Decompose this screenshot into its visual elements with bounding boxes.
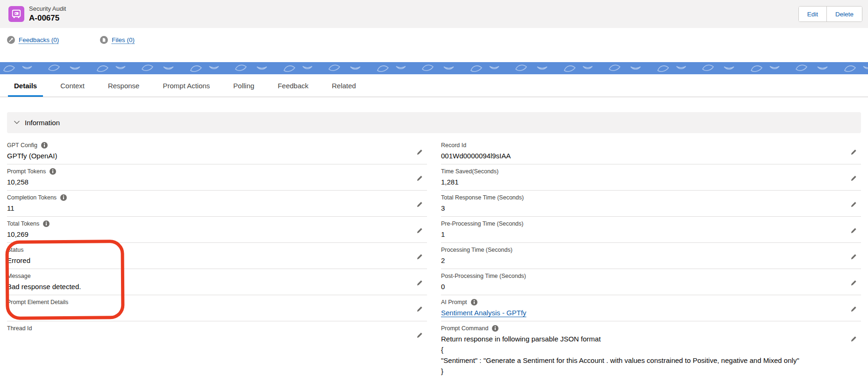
info-icon[interactable] — [43, 220, 50, 227]
security-audit-object-icon — [8, 6, 24, 22]
record-tabs: Details Context Response Prompt Actions … — [0, 74, 868, 97]
brand-banner — [0, 62, 868, 74]
field-time-saved: Time Saved(Seconds) 1,281 — [441, 164, 861, 191]
edit-pencil-icon[interactable] — [416, 279, 423, 286]
field-prompt-element-details: Prompt Element Details — [7, 295, 427, 321]
tab-feedback[interactable]: Feedback — [271, 74, 314, 97]
edit-pencil-icon[interactable] — [850, 335, 857, 342]
field-value: 0 — [441, 283, 842, 291]
edit-pencil-icon[interactable] — [850, 227, 857, 234]
field-label: Post-Processing Time (Seconds) — [441, 273, 526, 279]
fields-right-column: Record Id 001Wd0000094l9sIAA Time Saved(… — [441, 138, 861, 376]
field-label: Prompt Command — [441, 325, 488, 332]
edit-pencil-icon[interactable] — [850, 253, 857, 260]
field-value: 1,281 — [441, 178, 842, 186]
field-label: GPT Config — [7, 142, 37, 149]
files-link-label[interactable]: Files (0) — [112, 36, 135, 43]
feedback-icon — [7, 36, 15, 44]
field-total-tokens: Total Tokens 10,269 — [7, 217, 427, 243]
field-record-id: Record Id 001Wd0000094l9sIAA — [441, 138, 861, 164]
information-section-header[interactable]: Information — [7, 112, 861, 133]
field-label: Record Id — [441, 142, 466, 149]
tab-related[interactable]: Related — [326, 74, 362, 97]
field-label: Time Saved(Seconds) — [441, 168, 498, 175]
field-value: 2 — [441, 256, 842, 264]
field-status: Status Errored — [7, 243, 427, 269]
field-label: Message — [7, 273, 31, 279]
field-value: 10,269 — [7, 230, 408, 238]
object-label: Security Audit — [29, 5, 66, 13]
field-gpt-config: GPT Config GPTfy (OpenAI) — [7, 138, 427, 164]
field-value: Bad response detected. — [7, 283, 408, 291]
field-label: Thread Id — [7, 325, 32, 332]
record-name: A-00675 — [29, 13, 66, 23]
field-label: Pre-Processing Time (Seconds) — [441, 220, 523, 227]
info-icon[interactable] — [471, 299, 477, 305]
field-label: Total Tokens — [7, 220, 39, 227]
edit-pencil-icon[interactable] — [416, 305, 423, 312]
edit-pencil-icon[interactable] — [850, 279, 857, 286]
field-post-processing-time: Post-Processing Time (Seconds) 0 — [441, 269, 861, 295]
field-label: Completion Tokens — [7, 194, 57, 201]
field-message: Message Bad response detected. — [7, 269, 427, 295]
field-label: Prompt Element Details — [7, 299, 68, 305]
details-panel: Information GPT Config GPTfy (OpenAI) Pr… — [0, 97, 868, 376]
field-value: 001Wd0000094l9sIAA — [441, 152, 842, 160]
edit-pencil-icon[interactable] — [416, 227, 423, 234]
field-label: Total Response Time (Seconds) — [441, 194, 524, 201]
field-label: Status — [7, 247, 23, 253]
feedbacks-link[interactable]: Feedbacks (0) — [7, 36, 59, 44]
field-label: Processing Time (Seconds) — [441, 247, 512, 253]
info-icon[interactable] — [50, 168, 56, 175]
section-title: Information — [25, 119, 60, 127]
edit-button[interactable]: Edit — [799, 7, 826, 21]
edit-pencil-icon[interactable] — [850, 175, 857, 182]
tab-prompt-actions[interactable]: Prompt Actions — [157, 74, 216, 97]
files-link[interactable]: Files (0) — [100, 36, 135, 44]
field-thread-id: Thread Id — [7, 321, 427, 348]
field-total-response-time: Total Response Time (Seconds) 3 — [441, 191, 861, 217]
info-icon[interactable] — [492, 325, 498, 332]
fields-left-column: GPT Config GPTfy (OpenAI) Prompt Tokens … — [7, 138, 427, 376]
field-label: AI Prompt — [441, 299, 467, 305]
field-value: 3 — [441, 204, 842, 212]
field-prompt-tokens: Prompt Tokens 10,258 — [7, 164, 427, 191]
tab-details[interactable]: Details — [8, 74, 43, 97]
info-icon[interactable] — [41, 142, 48, 149]
field-processing-time: Processing Time (Seconds) 2 — [441, 243, 861, 269]
edit-pencil-icon[interactable] — [850, 201, 857, 208]
record-actions: Edit Delete — [798, 6, 862, 22]
tab-context[interactable]: Context — [54, 74, 91, 97]
edit-pencil-icon[interactable] — [416, 201, 423, 208]
field-completion-tokens: Completion Tokens 11 — [7, 191, 427, 217]
edit-pencil-icon[interactable] — [416, 253, 423, 260]
field-value: 10,258 — [7, 178, 408, 186]
field-value: GPTfy (OpenAI) — [7, 152, 408, 160]
edit-pencil-icon[interactable] — [416, 332, 423, 339]
tab-polling[interactable]: Polling — [227, 74, 260, 97]
delete-button[interactable]: Delete — [826, 7, 862, 21]
field-value: 11 — [7, 204, 408, 212]
field-value: Return response in following parsable JS… — [441, 333, 842, 376]
field-value: 1 — [441, 230, 842, 238]
edit-pencil-icon[interactable] — [850, 305, 857, 312]
feedbacks-link-label[interactable]: Feedbacks (0) — [19, 36, 59, 43]
ai-prompt-link[interactable]: Sentiment Analysis - GPTfy — [441, 309, 526, 317]
field-pre-processing-time: Pre-Processing Time (Seconds) 1 — [441, 217, 861, 243]
tab-response[interactable]: Response — [102, 74, 146, 97]
edit-pencil-icon[interactable] — [416, 175, 423, 182]
field-ai-prompt: AI Prompt Sentiment Analysis - GPTfy — [441, 295, 861, 321]
field-value: Errored — [7, 256, 408, 264]
record-header: Security Audit A-00675 Edit Delete — [0, 0, 868, 28]
related-quick-links: Feedbacks (0) Files (0) — [0, 28, 868, 62]
chevron-down-icon — [14, 119, 20, 127]
field-label: Prompt Tokens — [7, 168, 46, 175]
info-icon[interactable] — [60, 194, 67, 201]
file-icon — [100, 36, 108, 44]
edit-pencil-icon[interactable] — [850, 149, 857, 156]
field-prompt-command: Prompt Command Return response in follow… — [441, 321, 861, 376]
edit-pencil-icon[interactable] — [416, 149, 423, 156]
